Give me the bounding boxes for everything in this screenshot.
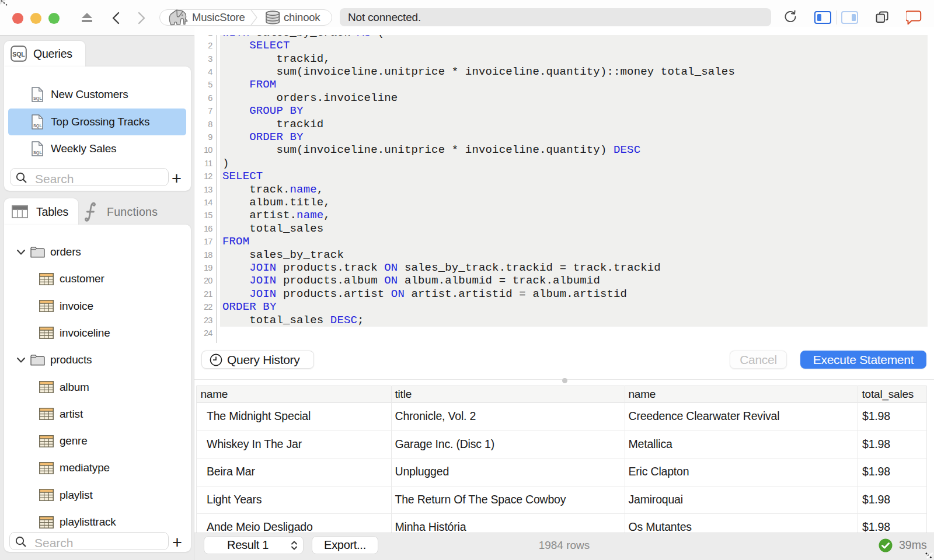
svg-text:SQL: SQL bbox=[33, 123, 42, 128]
svg-text:SQL: SQL bbox=[33, 150, 42, 155]
svg-text:SQL: SQL bbox=[12, 51, 25, 58]
svg-text:SQL: SQL bbox=[33, 96, 42, 101]
